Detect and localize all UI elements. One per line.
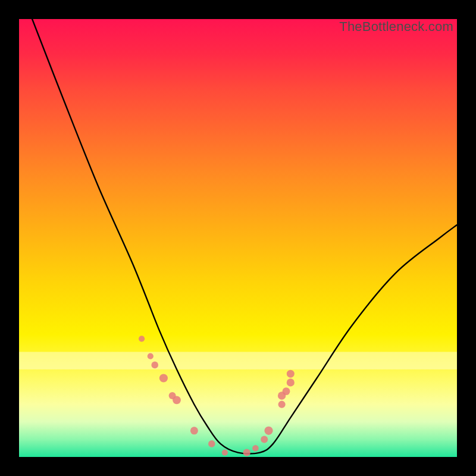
watermark-text: TheBottleneck.com [339,19,453,35]
bottleneck-curve [32,19,457,453]
plot-area: TheBottleneck.com [19,19,457,457]
marker-dot [243,449,250,456]
marker-dot [151,362,158,369]
chart-frame: TheBottleneck.com [0,0,476,476]
highlight-band [19,352,457,369]
marker-dot [283,387,290,395]
marker-dot [159,374,168,382]
marker-dot [208,440,215,447]
marker-dot [287,370,295,378]
chart-svg [19,19,457,457]
marker-dot [173,396,181,404]
marker-dot [287,378,295,386]
marker-dot [252,445,259,452]
marker-dot [261,436,268,443]
marker-dot [148,353,154,359]
marker-dot [222,450,228,456]
marker-dot [190,427,198,434]
marker-dot [139,336,145,342]
marker-dot [278,401,286,408]
marker-dot [264,427,273,435]
